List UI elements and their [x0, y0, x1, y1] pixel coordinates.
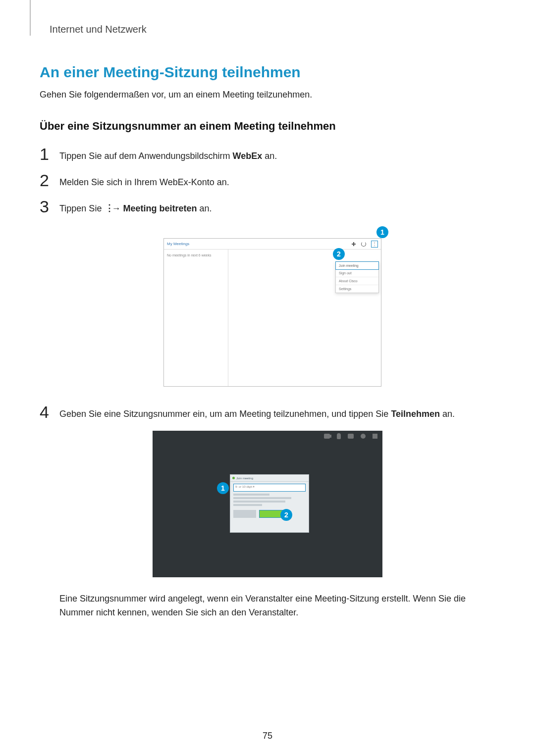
step-number: 3: [40, 198, 59, 215]
menu-item-signout[interactable]: Sign out: [336, 269, 378, 277]
plus-icon[interactable]: [351, 242, 356, 247]
status-dot-icon: [232, 477, 235, 479]
figure-2: Join meeting 9- or 10-digit # 1 2: [153, 431, 382, 577]
fig1-empty-text: No meetings in next 6 weeks: [167, 253, 212, 257]
fig2-dialog-text: [230, 493, 309, 508]
fig1-sidebar: No meetings in next 6 weeks: [164, 250, 228, 386]
text-fragment: Tippen Sie: [59, 203, 104, 213]
cancel-button[interactable]: [233, 510, 256, 518]
text-line: [233, 504, 262, 506]
header-rule: [30, 0, 31, 36]
step-3: 3 Tippen Sie → Meeting beitreten an.: [40, 198, 495, 215]
menu-item-settings[interactable]: Settings: [336, 285, 378, 293]
camera-icon[interactable]: [324, 434, 330, 439]
callout-2: 2: [280, 509, 292, 521]
menu-item-about[interactable]: About Cisco: [336, 277, 378, 285]
fig2-dialog: Join meeting 9- or 10-digit #: [230, 474, 309, 533]
menu-item-join[interactable]: Join meeting: [335, 261, 379, 270]
fig2-topbar: [153, 431, 382, 442]
step-text: Geben Sie eine Sitzungsnummer ein, um am…: [59, 403, 455, 421]
step-4: 4 Geben Sie eine Sitzungsnummer ein, um …: [40, 403, 495, 421]
fig1-dropdown-menu: Join meeting Sign out About Cisco Settin…: [335, 261, 379, 293]
fig2-dialog-title: Join meeting: [236, 477, 253, 480]
callout-1: 1: [217, 482, 229, 494]
section-title: An einer Meeting-Sitzung teilnehmen: [40, 64, 495, 81]
fig2-button-row: [230, 508, 309, 518]
step-number: 4: [40, 403, 59, 420]
figure-1-wrap: 1 My Meetings ⋮ No meetings in next 6 we…: [40, 225, 495, 389]
step-number: 1: [40, 146, 59, 162]
note-text: Eine Sitzungsnummer wird angelegt, wenn …: [59, 592, 495, 620]
fig1-title: My Meetings: [167, 242, 189, 246]
text-bold: Teilnehmen: [391, 409, 440, 419]
session-number-input[interactable]: 9- or 10-digit #: [233, 484, 306, 492]
section-intro: Gehen Sie folgendermaßen vor, um an eine…: [40, 90, 495, 100]
step-number: 2: [40, 172, 59, 189]
step-2: 2 Melden Sie sich in Ihrem WebEx-Konto a…: [40, 172, 495, 189]
microphone-icon[interactable]: [337, 433, 341, 439]
fig1-screen: My Meetings ⋮ No meetings in next 6 week…: [163, 238, 381, 387]
subsection-heading: Über eine Sitzungsnummer an einem Meetin…: [40, 120, 495, 133]
page: Internet und Netzwerk An einer Meeting-S…: [0, 0, 535, 620]
text-fragment: an.: [440, 409, 455, 419]
text-fragment: an.: [197, 203, 212, 213]
callout-1: 1: [376, 226, 388, 238]
text-fragment: Tippen Sie auf dem Anwendungsbildschirm: [59, 151, 233, 161]
page-number: 75: [0, 731, 535, 741]
text-fragment: an.: [262, 151, 277, 161]
kebab-menu-icon[interactable]: ⋮: [371, 241, 378, 248]
exit-icon[interactable]: [373, 434, 377, 439]
text-bold: Meeting beitreten: [123, 203, 197, 213]
step-text: Tippen Sie → Meeting beitreten an.: [59, 198, 212, 215]
step-text: Melden Sie sich in Ihrem WebEx-Konto an.: [59, 172, 229, 189]
text-line: [233, 497, 291, 499]
fig1-toolbar-icons: ⋮: [351, 241, 378, 248]
figure-2-wrap: Join meeting 9- or 10-digit # 1 2: [40, 431, 495, 577]
text-line: [233, 501, 285, 503]
chapter-title: Internet und Netzwerk: [50, 24, 495, 35]
text-line: [233, 494, 269, 496]
gear-icon[interactable]: [361, 434, 366, 439]
participants-icon[interactable]: [348, 434, 354, 439]
figure-1: 1 My Meetings ⋮ No meetings in next 6 we…: [149, 225, 386, 389]
text-fragment: Geben Sie eine Sitzungsnummer ein, um am…: [59, 409, 391, 419]
step-text: Tippen Sie auf dem Anwendungsbildschirm …: [59, 146, 277, 163]
callout-2: 2: [333, 248, 345, 260]
kebab-icon: [105, 204, 108, 213]
fig1-topbar: My Meetings ⋮: [164, 239, 381, 250]
refresh-icon[interactable]: [361, 242, 366, 247]
text-bold: WebEx: [233, 151, 263, 161]
step-1: 1 Tippen Sie auf dem Anwendungsbildschir…: [40, 146, 495, 163]
fig2-dialog-header: Join meeting: [230, 475, 309, 482]
